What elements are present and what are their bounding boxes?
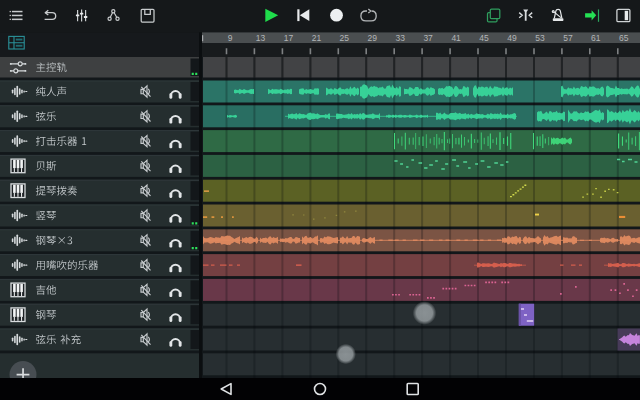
svg-text:25: 25 — [340, 33, 350, 43]
svg-text:57: 57 — [563, 33, 573, 43]
svg-text:53: 53 — [535, 33, 545, 43]
svg-text:49: 49 — [507, 33, 517, 43]
svg-text:45: 45 — [479, 33, 489, 43]
svg-text:33: 33 — [396, 33, 406, 43]
svg-text:37: 37 — [423, 33, 433, 43]
svg-text:13: 13 — [256, 33, 266, 43]
svg-text:65: 65 — [619, 33, 629, 43]
svg-text:61: 61 — [591, 33, 601, 43]
svg-text:17: 17 — [284, 33, 294, 43]
svg-text:21: 21 — [312, 33, 322, 43]
svg-text:29: 29 — [368, 33, 378, 43]
svg-text:41: 41 — [451, 33, 461, 43]
svg-text:9: 9 — [228, 33, 233, 43]
